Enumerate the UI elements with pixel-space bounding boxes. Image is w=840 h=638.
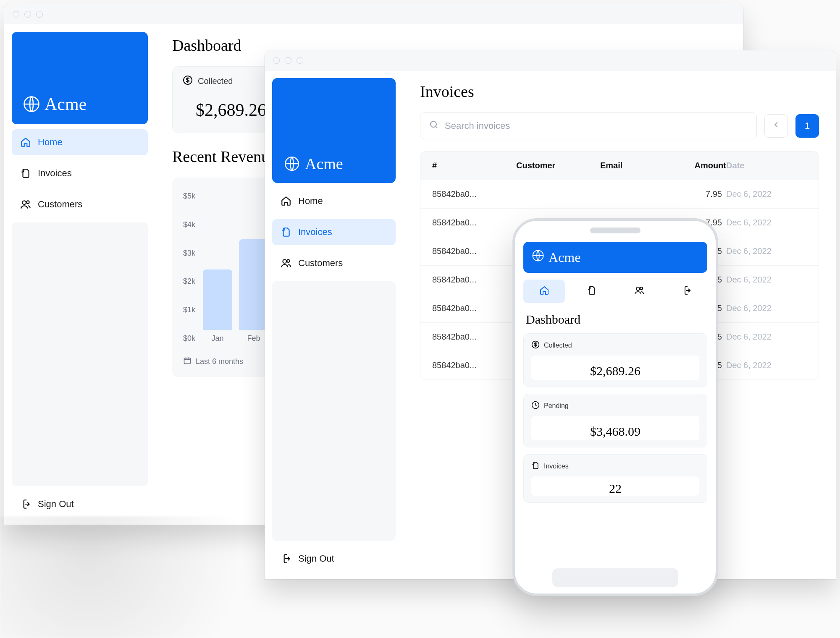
cell-id: 85842ba0... (432, 303, 516, 313)
sidebar-item-label: Customers (38, 199, 82, 210)
globe-icon (23, 95, 40, 113)
search-icon (429, 120, 439, 132)
users-icon (20, 199, 31, 210)
sidebar-item-customers[interactable]: Customers (12, 191, 148, 217)
chart-x-label: Feb (247, 334, 260, 343)
brand-name: Acme (549, 250, 580, 265)
sidebar-item-customers[interactable]: Customers (272, 250, 396, 276)
calendar-icon (183, 356, 192, 367)
sidebar-item-label: Invoices (298, 227, 332, 238)
svg-point-1 (22, 201, 26, 204)
mobile-card-pending: Pending $3,468.09 (523, 394, 707, 447)
chart-bar (203, 269, 232, 330)
svg-point-2 (26, 201, 29, 204)
users-icon (634, 285, 644, 297)
cell-id: 85842ba0... (432, 332, 516, 342)
chart-y-axis: $5k $4k $3k $2k $1k $0k (183, 192, 195, 343)
stat-label: Collected (198, 76, 233, 86)
cell-date: Dec 6, 2022 (726, 361, 798, 370)
clock-icon (531, 401, 540, 411)
document-icon (587, 285, 597, 297)
col-customer: Customer (516, 161, 600, 170)
dollar-icon (531, 340, 540, 350)
card-label: Collected (544, 342, 572, 349)
sidebar-item-label: Invoices (38, 168, 72, 179)
card-value: $2,689.26 (531, 356, 699, 380)
page-number: 1 (805, 120, 810, 131)
traffic-min-icon[interactable] (285, 57, 291, 64)
home-icon (281, 196, 291, 207)
sidebar-spacer (12, 222, 148, 486)
sidebar-spacer (272, 281, 396, 541)
traffic-min-icon[interactable] (24, 11, 31, 18)
mobile-nav-signout[interactable] (666, 280, 707, 303)
svg-point-11 (640, 287, 643, 290)
signout-button[interactable]: Sign Out (12, 491, 148, 517)
sidebar-item-invoices[interactable]: Invoices (12, 160, 148, 186)
traffic-close-icon[interactable] (13, 11, 19, 18)
traffic-close-icon[interactable] (273, 57, 280, 64)
sidebar-item-label: Customers (298, 258, 343, 269)
mobile-device: Acme Dashboard Collected $2,689.26 (512, 218, 718, 596)
signout-icon (682, 285, 692, 297)
cell-id: 85842ba0... (432, 275, 516, 285)
shadow-decoration (0, 516, 294, 638)
card-value: $3,468.09 (531, 416, 699, 440)
document-icon (20, 168, 31, 179)
brand-name: Acme (305, 154, 343, 173)
mobile-card-collected: Collected $2,689.26 (523, 333, 707, 387)
sidebar-item-label: Home (298, 196, 323, 207)
page-prev-button[interactable] (764, 114, 788, 138)
mobile-nav-invoices[interactable] (571, 280, 612, 303)
home-icon (20, 137, 31, 148)
table-row[interactable]: 85842ba0...7.95Dec 6, 2022 (420, 180, 819, 209)
brand-block: Acme (272, 78, 396, 183)
card-label: Invoices (544, 463, 569, 470)
cell-date: Dec 6, 2022 (726, 275, 798, 285)
cell-date: Dec 6, 2022 (726, 218, 798, 227)
mobile-nav-home[interactable] (523, 280, 565, 303)
sidebar-item-home[interactable]: Home (272, 188, 396, 214)
cell-amount: 7.95 (667, 189, 726, 199)
sidebar-item-home[interactable]: Home (12, 129, 148, 155)
sidebar: Acme Home Invoices Customers (4, 24, 155, 525)
cell-date: Dec 6, 2022 (726, 332, 798, 342)
table-header: # Customer Email Amount Date (420, 152, 819, 180)
cell-id: 85842ba0... (432, 189, 516, 199)
phone-home-indicator (552, 568, 678, 587)
search-input[interactable]: Search invoices (420, 112, 757, 139)
cell-date: Dec 6, 2022 (726, 246, 798, 256)
brand-block: Acme (12, 32, 148, 124)
svg-point-10 (636, 287, 640, 290)
brand-block: Acme (523, 242, 707, 273)
cell-id: 85842ba0... (432, 361, 516, 370)
chart-x-label: Jan (212, 334, 224, 343)
card-label: Pending (544, 402, 569, 410)
signout-button[interactable]: Sign Out (272, 546, 396, 572)
svg-point-8 (430, 121, 436, 127)
brand-name: Acme (45, 94, 87, 114)
col-email: Email (600, 161, 667, 170)
col-date: Date (726, 161, 798, 170)
cell-date: Dec 6, 2022 (726, 189, 798, 199)
traffic-max-icon[interactable] (297, 57, 303, 64)
signout-icon (281, 553, 291, 564)
col-id: # (432, 161, 516, 170)
titlebar (4, 4, 743, 24)
phone-notch (590, 227, 640, 233)
chevron-left-icon (772, 120, 781, 132)
document-icon (281, 227, 291, 238)
chart-bar (239, 239, 268, 330)
sidebar-item-label: Sign Out (38, 499, 74, 510)
page-title: Dashboard (523, 310, 707, 327)
page-title: Invoices (420, 82, 819, 101)
svg-point-6 (283, 259, 286, 263)
mobile-nav-customers[interactable] (618, 280, 660, 303)
svg-rect-4 (184, 358, 191, 363)
traffic-max-icon[interactable] (36, 11, 43, 18)
home-icon (539, 285, 549, 297)
search-placeholder: Search invoices (445, 120, 510, 131)
page-current-button[interactable]: 1 (795, 114, 819, 138)
sidebar-item-invoices[interactable]: Invoices (272, 219, 396, 245)
sidebar-item-label: Sign Out (298, 553, 334, 564)
